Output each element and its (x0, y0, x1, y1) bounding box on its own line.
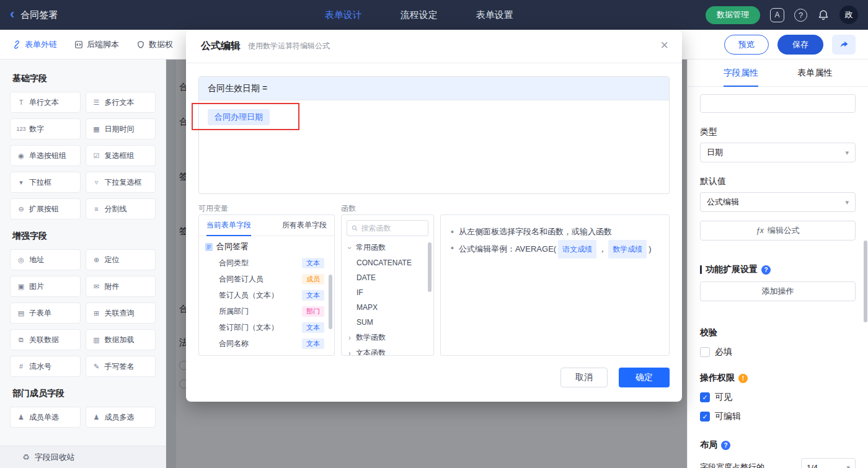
question-circle-icon[interactable]: ? (721, 441, 730, 450)
warning-circle-icon: ! (738, 374, 748, 383)
function-search-input[interactable] (361, 224, 423, 232)
variables-scrollbar-thumb[interactable] (329, 275, 332, 329)
backend-script-link[interactable]: 后端脚本 (74, 39, 119, 50)
formula-field-tag[interactable]: 合同办理日期 (208, 109, 270, 125)
type-tag: 文本 (302, 258, 324, 268)
field-item-related-data[interactable]: ⧉关联数据 (10, 329, 81, 350)
address-icon: ◎ (16, 256, 27, 264)
function-group-text[interactable]: › 文本函数 (342, 345, 433, 356)
tab-field-properties[interactable]: 字段属性 (724, 60, 758, 87)
field-item-serial-number[interactable]: #流水号 (10, 356, 81, 377)
field-item-data-load[interactable]: ▥数据加载 (86, 329, 156, 350)
field-item-address[interactable]: ◎地址 (10, 249, 81, 270)
width-select[interactable]: 1/4 ▾ (801, 458, 856, 468)
required-checkbox-row[interactable]: 必填 (700, 347, 856, 358)
bullet-icon: • (451, 224, 454, 240)
variables-root-node[interactable]: 合同签署 (199, 236, 334, 255)
field-item-attachment[interactable]: ✉附件 (86, 276, 156, 297)
cancel-button[interactable]: 取消 (560, 368, 608, 387)
visible-checkbox-row[interactable]: 可见 (700, 392, 856, 403)
field-item-location[interactable]: ⊕定位 (86, 249, 156, 270)
edit-formula-button[interactable]: ƒx 编辑公式 (700, 221, 856, 241)
field-item-subform[interactable]: ▤子表单 (10, 302, 81, 324)
function-item[interactable]: MAPX (342, 300, 433, 315)
field-item-divider[interactable]: ≡分割线 (86, 198, 156, 219)
variable-row[interactable]: 合同名称文本 (199, 335, 334, 351)
function-search-box[interactable] (347, 220, 428, 236)
function-item[interactable]: CONCATENATE (342, 255, 433, 270)
field-item-extend-button[interactable]: ⊖扩展按钮 (10, 198, 81, 219)
tab-form-properties[interactable]: 表单属性 (797, 60, 832, 87)
field-item-multi-text[interactable]: ☰多行文本 (86, 92, 156, 113)
variable-row[interactable]: 所属部门部门 (199, 303, 334, 319)
formula-editor[interactable]: 合同生效日期 = 合同办理日期 (198, 76, 670, 194)
field-title-input-partial[interactable] (700, 94, 856, 113)
back-icon[interactable]: ‹ (10, 7, 14, 21)
variable-row[interactable]: 合同签订人员成员 (199, 271, 334, 287)
save-button[interactable]: 保存 (777, 35, 823, 55)
confirm-button[interactable]: 确定 (619, 368, 670, 387)
field-item-member-single[interactable]: ♟成员单选 (10, 407, 81, 428)
validation-header: 校验 (700, 327, 856, 338)
question-circle-icon[interactable]: ? (761, 265, 771, 275)
share-button[interactable] (832, 35, 856, 55)
field-item-datetime[interactable]: ▦日期时间 (86, 118, 156, 139)
default-value-select[interactable]: 公式编辑 ▾ (700, 192, 856, 212)
layout-header: 布局 ? (700, 439, 856, 451)
tab-all-form-fields[interactable]: 所有表单字段 (282, 215, 327, 236)
extension-settings-header: 功能扩展设置 ? (700, 264, 856, 275)
type-select[interactable]: 日期 ▾ (700, 143, 856, 162)
editable-checkbox-row[interactable]: 可编辑 (700, 411, 856, 422)
extend-button-icon: ⊖ (16, 205, 27, 213)
variable-row[interactable]: 签订人员（文本）文本 (199, 287, 334, 303)
tab-current-form-fields[interactable]: 当前表单字段 (206, 215, 251, 236)
window-scrollbar-thumb[interactable] (864, 241, 867, 322)
field-item-member-multi[interactable]: ♟成员多选 (86, 407, 156, 428)
function-item[interactable]: DATE (342, 270, 433, 285)
form-doc-icon (205, 243, 213, 251)
field-item-single-text[interactable]: T单行文本 (10, 92, 81, 113)
field-item-signature[interactable]: ✎手写签名 (86, 356, 156, 377)
field-item-multi-select[interactable]: ▿下拉复选框 (86, 172, 156, 193)
example-field-tag: 数学成绩 (608, 240, 647, 258)
help-icon[interactable]: ? (794, 9, 807, 22)
language-icon[interactable]: A (770, 8, 784, 22)
function-item[interactable]: IF (342, 285, 433, 300)
data-permission-link[interactable]: 数据权 (136, 39, 173, 50)
field-item-checkbox-group[interactable]: ☑复选框组 (86, 145, 156, 166)
field-item-image[interactable]: ▣图片 (10, 276, 81, 297)
field-item-radio-group[interactable]: ◉单选按钮组 (10, 145, 81, 166)
field-item-select[interactable]: ▾下拉框 (10, 172, 81, 193)
variable-row[interactable]: 合同类型文本 (199, 255, 334, 271)
close-icon[interactable]: × (660, 38, 668, 52)
subform-icon: ▤ (16, 309, 27, 317)
preview-button[interactable]: 预览 (724, 35, 769, 55)
data-manage-button[interactable]: 数据管理 (706, 6, 760, 24)
attachment-icon: ✉ (91, 283, 102, 291)
tab-form-design[interactable]: 表单设计 (325, 9, 362, 21)
avatar[interactable]: 政 (839, 6, 858, 24)
top-nav: ‹ 合同签署 表单设计 流程设定 表单设置 数据管理 A ? 政 (0, 0, 868, 30)
tab-form-setting[interactable]: 表单设置 (476, 9, 513, 21)
editable-checkbox[interactable] (700, 412, 710, 422)
tab-flow-setting[interactable]: 流程设定 (401, 9, 438, 21)
field-recycle-bin[interactable]: ♻ 字段回收站 (0, 446, 166, 468)
functions-scrollbar-thumb[interactable] (428, 242, 432, 292)
notification-bell-icon[interactable] (817, 9, 830, 21)
add-action-button[interactable]: 添加操作 (700, 281, 856, 301)
form-external-link[interactable]: 表单外链 (12, 39, 57, 50)
formula-target: 合同生效日期 = (199, 77, 669, 100)
chevron-down-icon: ▾ (845, 198, 849, 206)
variable-row[interactable]: 签订部门（文本）文本 (199, 319, 334, 335)
function-group-common[interactable]: › 常用函数 (342, 240, 433, 255)
field-item-number[interactable]: 123数字 (10, 118, 81, 139)
search-icon (352, 224, 358, 232)
image-icon: ▣ (16, 283, 27, 291)
required-checkbox[interactable] (700, 347, 710, 357)
visible-checkbox[interactable] (700, 392, 710, 402)
help-line-1: 从左侧面板选择字段名和函数，或输入函数 (459, 224, 612, 240)
chevron-down-icon: ▾ (846, 464, 850, 468)
field-item-related-query[interactable]: ⊞关联查询 (86, 302, 156, 324)
function-item[interactable]: SUM (342, 315, 433, 330)
function-group-math[interactable]: › 数学函数 (342, 330, 433, 345)
